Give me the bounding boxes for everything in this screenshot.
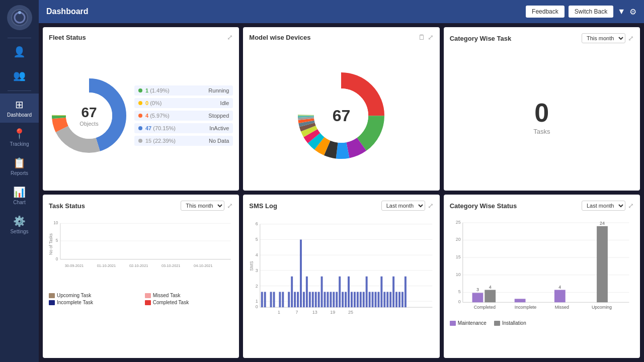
- sms-log-filter[interactable]: Last month This month: [381, 201, 425, 211]
- model-expand-icon[interactable]: ⤢: [428, 33, 434, 41]
- maintenance-label: Maintenance: [458, 320, 487, 326]
- sidebar-item-tracking-label: Tracking: [10, 141, 29, 147]
- svg-text:30-09-2021: 30-09-2021: [65, 263, 84, 268]
- maintenance-box: [450, 321, 456, 326]
- category-wise-status-card: Category Wise Status Last month This mon…: [444, 195, 640, 358]
- category-wise-task-header: Category Wise Task This month Last month…: [450, 33, 634, 43]
- svg-text:Completed: Completed: [473, 305, 495, 310]
- fleet-total-label: Objects: [79, 121, 98, 127]
- svg-rect-64: [291, 277, 293, 307]
- model-wise-title: Model wise Devices: [249, 34, 310, 41]
- category-wise-task-title: Category Wise Task: [450, 35, 511, 42]
- installation-label: Installation: [502, 320, 526, 326]
- svg-rect-84: [351, 292, 353, 307]
- svg-text:7: 7: [296, 310, 298, 315]
- model-download-icon[interactable]: 🗒: [418, 33, 425, 41]
- svg-rect-89: [366, 277, 368, 307]
- stopped-label: Stopped: [208, 113, 229, 119]
- sms-log-header: SMS Log Last month This month ⤢: [249, 201, 433, 211]
- fleet-donut-center: 67 Objects: [79, 105, 98, 127]
- svg-text:Incomplete: Incomplete: [514, 305, 536, 310]
- svg-text:25: 25: [348, 310, 353, 315]
- page-title: Dashboard: [46, 7, 89, 16]
- model-wise-chart-container: 67: [249, 46, 433, 185]
- category-wise-status-controls: Last month This month ⤢: [582, 201, 634, 211]
- sidebar-item-user[interactable]: 👤: [0, 41, 39, 64]
- sidebar-item-dashboard[interactable]: ⊞ Dashboard: [0, 94, 39, 123]
- category-wise-task-filter[interactable]: This month Last month: [582, 33, 625, 43]
- svg-point-2: [18, 11, 21, 14]
- feedback-button[interactable]: Feedback: [526, 6, 565, 18]
- svg-rect-60: [279, 292, 281, 307]
- tracking-icon: 📍: [13, 128, 26, 140]
- svg-rect-80: [339, 277, 341, 307]
- svg-text:3: 3: [476, 287, 479, 292]
- topbar-actions: Feedback Switch Back ▼ ⚙: [526, 6, 636, 18]
- sidebar-item-group[interactable]: 👥: [0, 64, 39, 88]
- category-wise-status-chart: 25 20 15 10 5 0: [450, 216, 634, 316]
- filter-icon[interactable]: ▼: [617, 7, 625, 16]
- model-wise-center: 67: [333, 106, 351, 125]
- idle-dot: [138, 101, 142, 105]
- sms-log-title: SMS Log: [249, 202, 277, 210]
- fleet-status-title: Fleet Status: [49, 34, 86, 41]
- model-wise-donut: 67: [293, 68, 389, 163]
- fleet-expand-icon[interactable]: ⤢: [227, 33, 233, 41]
- svg-rect-86: [357, 292, 359, 307]
- sms-log-card: SMS Log Last month This month ⤢ 6 5 4 3 …: [243, 195, 439, 358]
- svg-text:4: 4: [558, 285, 561, 290]
- idle-count: 0 (0%): [145, 100, 162, 106]
- model-wise-header: Model wise Devices 🗒 ⤢: [249, 33, 433, 41]
- sidebar-item-settings-label: Settings: [10, 229, 28, 234]
- svg-rect-94: [381, 277, 383, 307]
- svg-rect-75: [324, 292, 326, 307]
- incomplete-task-box: [49, 300, 55, 305]
- nodata-label: No Data: [209, 138, 229, 144]
- category-status-expand-icon[interactable]: ⤢: [628, 202, 634, 210]
- svg-text:04-10-2021: 04-10-2021: [194, 263, 212, 268]
- svg-text:15: 15: [456, 254, 461, 259]
- task-status-filter[interactable]: This month Last month: [181, 201, 224, 211]
- reports-icon: 📋: [13, 157, 26, 169]
- sidebar-item-tracking[interactable]: 📍 Tracking: [0, 123, 39, 152]
- category-wise-status-filter[interactable]: Last month This month: [582, 201, 625, 211]
- svg-rect-66: [297, 292, 299, 307]
- incomplete-task-legend: Incomplete Task: [49, 300, 137, 305]
- svg-rect-78: [333, 292, 335, 307]
- sidebar-item-chart[interactable]: 📊 Chart: [0, 181, 39, 210]
- sidebar-item-reports-label: Reports: [11, 170, 28, 176]
- svg-text:10: 10: [456, 272, 461, 277]
- category-wise-status-header: Category Wise Status Last month This mon…: [450, 201, 634, 211]
- svg-text:2: 2: [256, 284, 258, 289]
- sidebar-item-reports[interactable]: 📋 Reports: [0, 152, 39, 181]
- category-task-expand-icon[interactable]: ⤢: [628, 34, 634, 42]
- missed-task-label: Missed Task: [153, 293, 181, 298]
- svg-rect-100: [398, 292, 400, 307]
- sms-log-controls: Last month This month ⤢: [381, 201, 434, 211]
- app-logo: [7, 5, 32, 30]
- sms-log-expand-icon[interactable]: ⤢: [428, 202, 434, 210]
- incomplete-task-label: Incomplete Task: [57, 300, 93, 305]
- svg-rect-98: [392, 277, 394, 307]
- missed-task-box: [145, 293, 151, 298]
- svg-text:01-10-2021: 01-10-2021: [97, 263, 116, 268]
- task-status-chart-area: 10 5 0 30-09-2021 01-10-2021 02-10-2021 …: [49, 216, 233, 352]
- stopped-count: 4 (5.97%): [145, 113, 170, 119]
- gear-icon[interactable]: ⚙: [629, 7, 636, 17]
- svg-rect-128: [554, 290, 566, 303]
- svg-rect-125: [485, 290, 496, 303]
- switch-back-button[interactable]: Switch Back: [569, 6, 613, 18]
- task-status-title: Task Status: [49, 202, 85, 210]
- svg-rect-93: [378, 292, 380, 307]
- task-status-expand-icon[interactable]: ⤢: [227, 202, 233, 210]
- task-big-number: 0: [534, 98, 549, 128]
- svg-text:1: 1: [278, 310, 280, 315]
- sidebar-item-settings[interactable]: ⚙️ Settings: [0, 210, 39, 239]
- fleet-legend: 1 (1.49%) Running 0 (0%) Idle 4 (5.97%) …: [134, 85, 233, 146]
- model-wise-controls: 🗒 ⤢: [418, 33, 434, 41]
- svg-rect-68: [303, 292, 305, 307]
- svg-rect-82: [345, 292, 347, 307]
- svg-text:19: 19: [331, 310, 336, 315]
- upcoming-task-label: Upcoming Task: [57, 293, 91, 298]
- svg-rect-61: [282, 292, 284, 307]
